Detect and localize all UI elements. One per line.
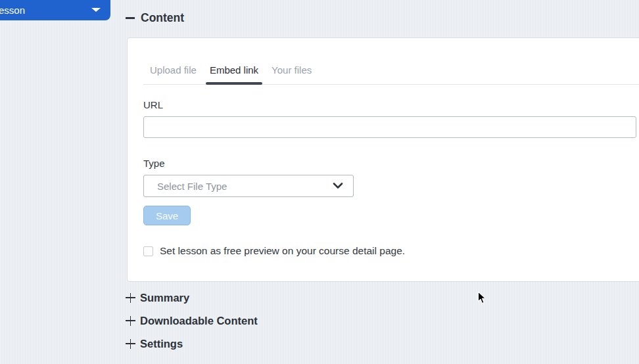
lesson-dropdown-button[interactable]: esson (0, 0, 110, 20)
type-label: Type (143, 158, 636, 169)
chevron-down-icon (333, 183, 343, 189)
downloadable-content-section-title: Downloadable Content (140, 315, 258, 327)
content-card: Upload file Embed link Your files URL Ty… (127, 37, 639, 282)
file-type-select-value: Select File Type (157, 181, 227, 192)
tab-embed-link[interactable]: Embed link (203, 59, 265, 84)
mouse-cursor (477, 291, 487, 305)
plus-icon (126, 339, 135, 349)
free-preview-checkbox[interactable] (143, 246, 153, 256)
plus-icon (126, 293, 135, 303)
lesson-dropdown-label: esson (0, 5, 25, 16)
content-tabs: Upload file Embed link Your files (143, 38, 639, 85)
accordion-settings[interactable]: Settings (126, 338, 258, 350)
save-button[interactable]: Save (143, 206, 191, 225)
content-accordion-header[interactable]: Content (126, 11, 184, 25)
url-input[interactable] (143, 116, 636, 138)
summary-section-title: Summary (140, 292, 189, 304)
url-label: URL (143, 99, 636, 110)
plus-icon (126, 316, 135, 326)
accordion-summary[interactable]: Summary (126, 292, 258, 304)
tab-upload-file[interactable]: Upload file (143, 59, 203, 84)
collapsed-sections: Summary Downloadable Content Settings (126, 292, 258, 361)
tab-your-files[interactable]: Your files (265, 59, 318, 84)
accordion-downloadable-content[interactable]: Downloadable Content (126, 315, 258, 327)
chevron-down-icon (91, 8, 101, 12)
free-preview-label[interactable]: Set lesson as free preview on your cours… (160, 245, 405, 257)
content-section-title: Content (141, 11, 184, 25)
file-type-select[interactable]: Select File Type (143, 175, 354, 197)
free-preview-row: Set lesson as free preview on your cours… (143, 245, 636, 257)
settings-section-title: Settings (140, 338, 183, 350)
minus-icon (126, 17, 135, 18)
